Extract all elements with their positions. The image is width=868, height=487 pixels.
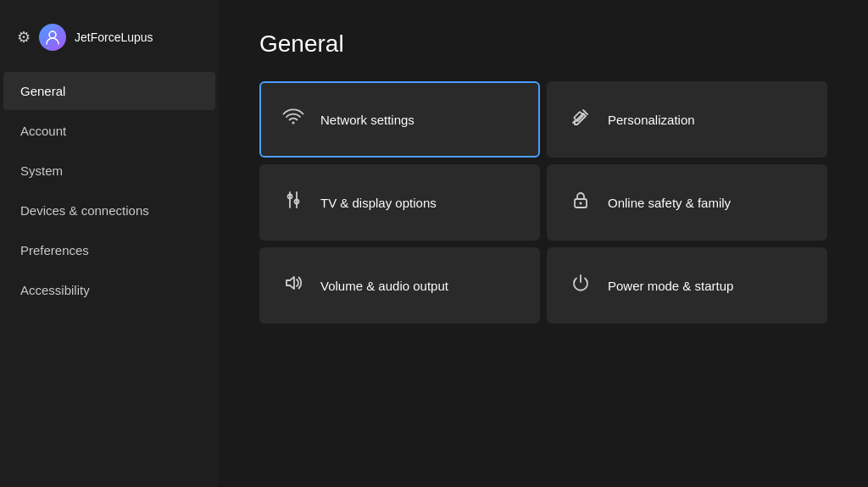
sidebar-item-general[interactable]: General bbox=[3, 72, 215, 110]
sidebar-item-account[interactable]: Account bbox=[3, 112, 215, 150]
tile-online-safety[interactable]: Online safety & family bbox=[547, 164, 827, 241]
sidebar-item-accessibility[interactable]: Accessibility bbox=[3, 271, 215, 309]
svg-point-1 bbox=[292, 122, 295, 125]
tile-network-label: Network settings bbox=[320, 113, 415, 127]
svg-point-8 bbox=[580, 202, 582, 205]
sidebar: ⚙ JetForceLupus General Account System D… bbox=[0, 0, 219, 487]
page-title: General bbox=[259, 30, 827, 58]
volume-icon bbox=[281, 272, 305, 299]
sidebar-navigation: General Account System Devices & connect… bbox=[0, 71, 219, 310]
online-safety-icon bbox=[569, 189, 593, 216]
tile-volume-label: Volume & audio output bbox=[320, 279, 448, 293]
tile-tv-display[interactable]: TV & display options bbox=[259, 164, 540, 241]
tile-power-label: Power mode & startup bbox=[608, 279, 733, 293]
username: JetForceLupus bbox=[75, 30, 153, 44]
tile-online-safety-label: Online safety & family bbox=[608, 196, 731, 210]
sidebar-item-preferences[interactable]: Preferences bbox=[3, 231, 215, 269]
main-content: General Network settings bbox=[219, 0, 868, 487]
tv-display-icon bbox=[281, 189, 305, 216]
network-icon bbox=[281, 106, 305, 133]
tile-power[interactable]: Power mode & startup bbox=[547, 247, 827, 324]
tile-volume[interactable]: Volume & audio output bbox=[259, 247, 540, 324]
power-icon bbox=[569, 272, 593, 299]
tile-tv-display-label: TV & display options bbox=[320, 196, 437, 210]
svg-marker-9 bbox=[287, 277, 294, 289]
settings-grid: Network settings Personalization bbox=[259, 81, 827, 324]
sidebar-item-system[interactable]: System bbox=[3, 152, 215, 190]
sidebar-item-devices[interactable]: Devices & connections bbox=[3, 191, 215, 230]
tile-network[interactable]: Network settings bbox=[259, 81, 540, 158]
gear-icon: ⚙ bbox=[17, 28, 31, 47]
tile-personalization[interactable]: Personalization bbox=[547, 81, 827, 158]
svg-point-0 bbox=[49, 31, 56, 38]
tile-personalization-label: Personalization bbox=[608, 113, 695, 127]
personalization-icon bbox=[569, 106, 593, 133]
user-profile[interactable]: ⚙ JetForceLupus bbox=[0, 14, 219, 71]
avatar bbox=[39, 24, 66, 51]
